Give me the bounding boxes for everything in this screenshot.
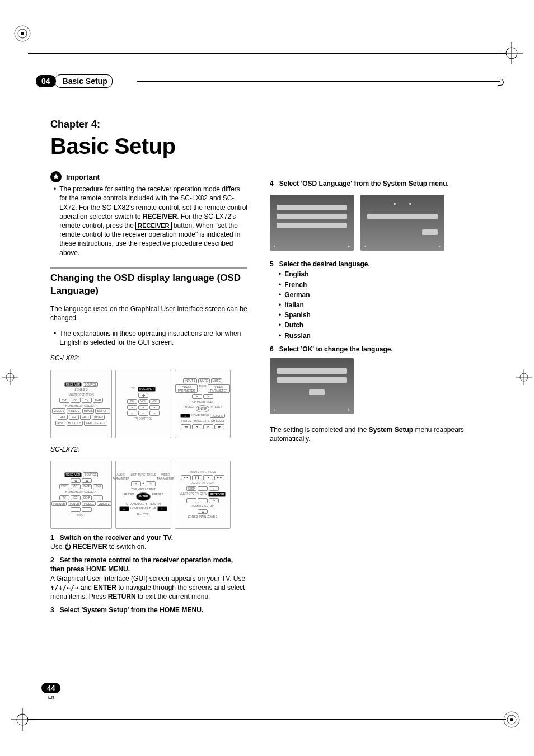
chapter-label: Chapter 4: xyxy=(50,118,247,131)
step-5: 5 Select the desired language. xyxy=(270,260,471,269)
fwd-button: ► xyxy=(203,424,213,429)
vol-button: VOL xyxy=(138,399,148,404)
bullet-dot: • xyxy=(54,185,56,257)
pqls-label: PQLS xyxy=(208,470,216,474)
important-heading: Important xyxy=(50,171,247,182)
tune-label: TUNE xyxy=(199,384,207,393)
return-button: RETURN xyxy=(210,414,225,419)
important-label: Important xyxy=(66,172,100,182)
mute-button: MUTE xyxy=(211,378,222,383)
home-media-label: HOME MEDIA GALLERY xyxy=(65,404,97,408)
crop-line xyxy=(28,53,506,54)
tv-control-label: TV CONTROL xyxy=(134,417,152,421)
main-label: MAIN xyxy=(199,515,207,519)
bullet-dot: • xyxy=(54,329,56,347)
step-bold: Set the remote control to the receiver o… xyxy=(50,556,233,573)
power-button: ⏻ xyxy=(198,509,208,514)
home-menu-label: HOME MENU xyxy=(130,506,148,511)
page-number: 44 xyxy=(41,683,60,693)
audio-param-button: AUDIO PARAMETER xyxy=(175,384,198,393)
return-button-icon: ↩ xyxy=(157,506,167,511)
tv-button: TV xyxy=(82,398,92,403)
tools-button: ✎ xyxy=(146,481,156,486)
dvr-button: DVR xyxy=(82,484,92,489)
satoff-button: SAT OFF xyxy=(95,408,110,414)
power-icon: ⏻ xyxy=(64,543,71,551)
tools-button: ✎ xyxy=(203,394,213,399)
step-bold: Select 'System Setup' from the HOME MENU… xyxy=(60,606,203,614)
page-number-block: 44 En xyxy=(41,683,60,700)
osd-heading: Changing the OSD display language (OSD L… xyxy=(50,267,247,298)
plus-button: + xyxy=(149,405,160,410)
cdr-button: CD-R xyxy=(80,415,91,420)
power-button: ⏻ xyxy=(71,478,81,483)
return-label: RETURN xyxy=(108,593,136,600)
mute-button: MUTE xyxy=(198,378,209,383)
home-media-label: HOME MEDIA GALLERY xyxy=(65,490,97,494)
input1-button: INPUT 1 xyxy=(183,378,197,383)
important-bullet: • The procedure for setting the receiver… xyxy=(54,185,247,257)
language-item: German xyxy=(284,290,310,299)
cd-button: CD xyxy=(69,415,79,420)
remote-diagram-panel: AUDIO PARAMETERLISTTUNETOOLSVIDEO PARAME… xyxy=(115,461,171,529)
ch-button: CH xyxy=(127,399,137,404)
minus-button: – xyxy=(198,486,208,491)
plus-button: + xyxy=(127,405,137,410)
closing-text-a: The setting is completed and the xyxy=(270,426,369,434)
registration-mark-icon xyxy=(500,708,523,731)
tuner-button: TUNER xyxy=(92,415,105,420)
chapter-title: Basic Setup xyxy=(50,131,247,161)
minus-button: – xyxy=(127,411,137,416)
important-icon xyxy=(50,171,62,182)
step-num: 5 xyxy=(270,260,274,268)
bd-button: BD xyxy=(71,484,81,489)
step-num: 3 xyxy=(50,606,54,614)
list-label: LIST xyxy=(130,473,137,481)
info-label: INFO xyxy=(200,470,207,474)
tedit-label: T.EDIT xyxy=(206,400,214,404)
power-button: ⏻ xyxy=(138,393,148,398)
language-item: Russian xyxy=(284,331,311,340)
disp-button: DISP xyxy=(186,486,196,491)
osd-screenshot: ◄► xyxy=(270,195,354,251)
status-label: STATUS xyxy=(181,419,191,423)
receiver-button: RECEIVER xyxy=(64,472,82,477)
tune-label: TUNE xyxy=(138,473,146,481)
rew-button: ◄ xyxy=(192,424,202,429)
tuner-button: TUNER xyxy=(68,501,81,506)
tedit-label: T.EDIT xyxy=(147,487,155,491)
tools-label: TOOLS xyxy=(147,473,156,481)
top-menu-label: TOP MENU xyxy=(131,487,146,491)
plus-button: + xyxy=(138,405,148,410)
section-tab: 04 Basic Setup xyxy=(36,74,113,88)
step-text: and xyxy=(79,584,94,591)
osd-screenshot-row: ◄► ◄► xyxy=(270,191,471,254)
input-label: INPUT xyxy=(77,513,86,517)
arrow-keys: ↑/↓/←/→ xyxy=(50,584,79,591)
dtv-label: DTV ANALOG xyxy=(126,502,144,506)
step-6: 6 Select 'OK' to change the language. xyxy=(270,345,471,354)
ipodusb-button: iPod USB xyxy=(51,501,67,506)
blank-button xyxy=(93,495,103,500)
page-lang: En xyxy=(41,694,60,700)
step-text: Use xyxy=(50,543,64,551)
osd-screenshot: ◄► xyxy=(270,358,354,414)
ch-label: CH xyxy=(209,481,213,485)
home-menu-button-icon: ⌂ xyxy=(119,506,129,511)
language-item: English xyxy=(284,270,308,279)
vol-button: VOL xyxy=(149,399,160,404)
usb-button: USB xyxy=(58,415,68,420)
prev-button: ⏮ xyxy=(181,424,191,429)
blank-button xyxy=(186,498,196,503)
cdr-button: CD-R xyxy=(82,495,92,500)
step-bold: Switch on the receiver and your TV. xyxy=(60,534,173,542)
tv-ctrl-label: TV CTRL xyxy=(195,492,207,497)
remote-diagram-lx72: RECEIVERSOURCE ⏻⏻ DVD BD DVR HDMI HOME M… xyxy=(50,461,247,529)
zone2-label: ZONE 2 xyxy=(188,515,198,519)
preset-label: PRESET xyxy=(152,492,163,501)
zone3-label: ZONE 3 xyxy=(207,515,217,519)
section-title: Basic Setup xyxy=(55,74,113,88)
ipod-button: iPod xyxy=(55,421,65,426)
step-4: 4 Select 'OSD Language' from the System … xyxy=(270,179,471,188)
step-text: to switch on. xyxy=(107,543,146,551)
